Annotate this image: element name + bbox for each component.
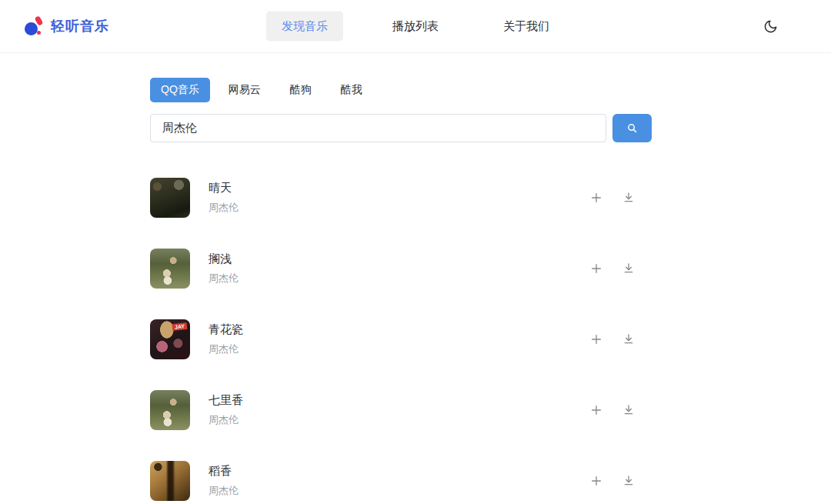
plus-icon <box>590 262 602 275</box>
song-title: 搁浅 <box>209 252 239 266</box>
song-row: 稻香 周杰伦 <box>150 461 652 501</box>
add-to-playlist-button[interactable] <box>589 261 604 276</box>
album-cover <box>150 249 190 289</box>
download-icon <box>622 404 635 416</box>
download-icon <box>622 475 635 487</box>
download-icon <box>622 192 635 204</box>
app-title: 轻听音乐 <box>51 17 109 35</box>
song-actions <box>589 261 652 276</box>
album-cover <box>150 390 190 430</box>
song-artist: 周杰伦 <box>209 272 239 285</box>
album-cover <box>150 178 190 218</box>
search-icon <box>626 122 638 134</box>
song-artist: 周杰伦 <box>209 484 239 498</box>
song-meta: 稻香 周杰伦 <box>209 464 239 498</box>
plus-icon <box>590 333 602 345</box>
song-actions <box>589 473 652 489</box>
nav-item-2[interactable]: 关于我们 <box>488 12 565 42</box>
song-row: 七里香 周杰伦 <box>150 390 652 430</box>
add-to-playlist-button[interactable] <box>589 332 604 347</box>
download-icon <box>622 333 635 345</box>
main-nav: 发现音乐播放列表关于我们 <box>266 12 565 42</box>
cover-badge: JAY <box>172 322 188 331</box>
app-logo-area: 轻听音乐 <box>25 15 109 37</box>
theme-toggle-button[interactable] <box>760 16 780 36</box>
nav-item-0[interactable]: 发现音乐 <box>266 12 343 42</box>
nav-item-1[interactable]: 播放列表 <box>377 12 454 42</box>
song-actions <box>589 402 652 418</box>
add-to-playlist-button[interactable] <box>589 473 604 489</box>
source-tab-0[interactable]: QQ音乐 <box>150 78 210 102</box>
add-to-playlist-button[interactable] <box>589 402 604 418</box>
song-meta: 晴天 周杰伦 <box>209 181 239 215</box>
app-header: 轻听音乐 发现音乐播放列表关于我们 <box>0 0 831 53</box>
main-content: QQ音乐网易云酷狗酷我 晴天 周杰伦 <box>150 78 652 501</box>
plus-icon <box>590 404 602 416</box>
plus-icon <box>590 192 602 204</box>
song-actions <box>589 332 652 347</box>
song-title: 七里香 <box>209 393 243 408</box>
plus-icon <box>590 475 602 487</box>
song-row: 搁浅 周杰伦 <box>150 249 652 289</box>
download-icon <box>622 262 635 275</box>
song-list: 晴天 周杰伦 搁浅 周杰伦 <box>150 178 652 501</box>
song-artist: 周杰伦 <box>209 342 243 356</box>
song-actions <box>589 190 652 205</box>
search-input[interactable] <box>150 114 606 142</box>
song-row: JAY 青花瓷 周杰伦 <box>150 319 652 359</box>
song-artist: 周杰伦 <box>209 201 239 215</box>
song-meta: 七里香 周杰伦 <box>209 393 243 427</box>
download-button[interactable] <box>621 261 636 276</box>
moon-icon <box>763 19 778 34</box>
download-button[interactable] <box>621 332 636 347</box>
add-to-playlist-button[interactable] <box>589 190 604 205</box>
song-title: 晴天 <box>209 181 239 195</box>
download-button[interactable] <box>621 190 636 205</box>
song-row: 晴天 周杰伦 <box>150 178 652 218</box>
song-meta: 搁浅 周杰伦 <box>209 252 239 285</box>
search-button[interactable] <box>612 114 652 142</box>
song-title: 青花瓷 <box>209 322 243 337</box>
song-meta: 青花瓷 周杰伦 <box>209 322 243 356</box>
source-tab-3[interactable]: 酷我 <box>330 78 373 102</box>
album-cover <box>150 461 190 501</box>
source-tab-1[interactable]: 网易云 <box>218 78 272 102</box>
song-title: 稻香 <box>209 464 239 479</box>
source-tabs: QQ音乐网易云酷狗酷我 <box>150 78 652 102</box>
album-cover: JAY <box>150 319 190 359</box>
song-artist: 周杰伦 <box>209 413 243 427</box>
search-row <box>150 114 652 142</box>
app-logo-icon <box>25 15 43 37</box>
download-button[interactable] <box>621 473 636 489</box>
source-tab-2[interactable]: 酷狗 <box>279 78 322 102</box>
download-button[interactable] <box>621 402 636 418</box>
